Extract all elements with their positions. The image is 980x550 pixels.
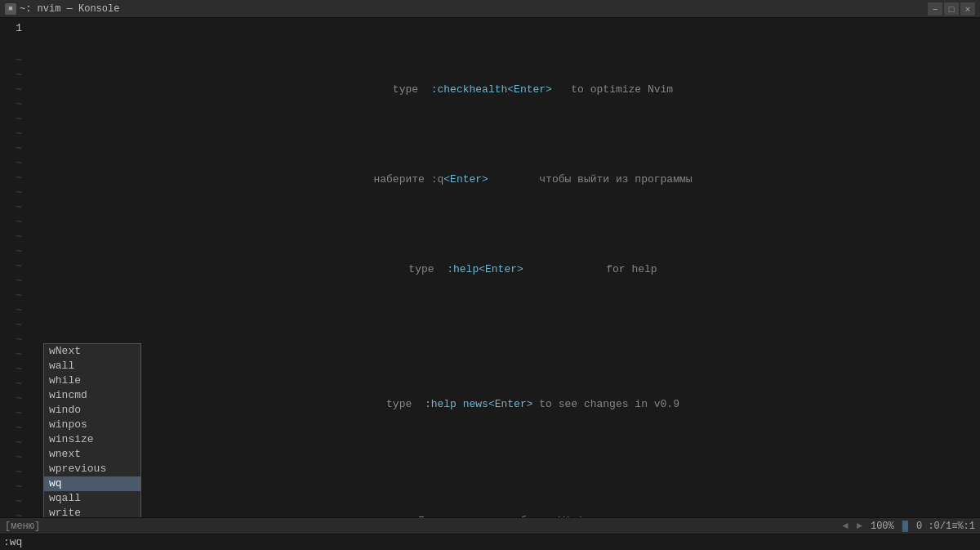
tilde-line: ~ — [0, 98, 29, 113]
autocomplete-popup: wNextwallwhilewincmdwindowinposwinsizewn… — [43, 343, 141, 517]
autocomplete-item[interactable]: wNext — [44, 344, 140, 359]
tilde-line: ~ — [0, 245, 29, 260]
scrollbar[interactable] — [973, 18, 980, 517]
tilde-line: ~ — [0, 230, 29, 245]
autocomplete-item[interactable]: winsize — [44, 432, 140, 447]
tilde-column: ~~~~~~~~~~~~~~~~~~~~~~~~~~~~~~~~~ — [0, 36, 29, 517]
close-button[interactable]: × — [960, 2, 975, 16]
autocomplete-item[interactable]: wprevious — [44, 462, 140, 476]
tilde-line: ~ — [0, 451, 29, 466]
tilde-line: ~ — [0, 392, 29, 407]
tilde-line: ~ — [0, 466, 29, 481]
tilde-line: ~ — [0, 186, 29, 201]
editor-buffer[interactable]: NVIM v0.9.5 Nvim is open source and free… — [29, 18, 973, 517]
command-line[interactable]: :wq — [0, 534, 980, 550]
status-bar-right: ◄ ► 100% ▓ 0 :0/1≡%:1 — [843, 521, 975, 532]
tilde-line: ~ — [0, 407, 29, 422]
command-text: :wq — [3, 536, 22, 548]
tilde-line: ~ — [0, 348, 29, 363]
status-menu: [меню] — [5, 521, 40, 532]
cursor-position: 0 :0/1≡%:1 — [916, 521, 975, 532]
autocomplete-item[interactable]: winpos — [44, 418, 140, 432]
autocomplete-item[interactable]: while — [44, 373, 140, 388]
status-bar-left: [меню] — [5, 521, 40, 532]
autocomplete-item[interactable]: wq — [44, 476, 140, 491]
welcome-line1: type :help nvim<Enter> if you are new! — [287, 18, 715, 27]
tilde-line: ~ — [0, 319, 29, 333]
welcome-line2: type :checkhealth<Enter> to optimize Nvi… — [287, 63, 715, 117]
tilde-line: ~ — [0, 289, 29, 304]
welcome-screen: NVIM v0.9.5 Nvim is open source and free… — [287, 18, 715, 517]
welcome-sponsor1: Помогите в разработке Vim! — [287, 512, 715, 517]
scroll-left-icon: ◄ — [843, 521, 849, 532]
tilde-line: ~ — [0, 378, 29, 392]
app-icon: ■ — [5, 3, 16, 15]
autocomplete-item[interactable]: wnext — [44, 447, 140, 462]
tilde-line: ~ — [0, 260, 29, 275]
maximize-button[interactable]: □ — [944, 2, 959, 16]
tilde-line: ~ — [0, 304, 29, 319]
autocomplete-item[interactable]: wqall — [44, 491, 140, 506]
window-controls: − □ × — [928, 2, 975, 16]
autocomplete-item[interactable]: wall — [44, 359, 140, 373]
tilde-line: ~ — [0, 142, 29, 157]
welcome-line5: type :help news<Enter> to see changes in… — [287, 378, 715, 432]
tilde-line: ~ — [0, 113, 29, 127]
editor-container: 1 ~~~~~~~~~~~~~~~~~~~~~~~~~~~~~~~~~ NVIM… — [0, 18, 980, 550]
tilde-line: ~ — [0, 495, 29, 510]
minimize-button[interactable]: − — [928, 2, 942, 16]
scroll-percent: 100% — [871, 521, 894, 532]
tilde-line: ~ — [0, 510, 29, 517]
line-number-1: 1 — [0, 21, 22, 36]
autocomplete-item[interactable]: windo — [44, 403, 140, 418]
tilde-line: ~ — [0, 481, 29, 495]
tilde-line: ~ — [0, 69, 29, 83]
tilde-line: ~ — [0, 363, 29, 378]
scroll-right-icon: ► — [857, 521, 862, 532]
tilde-line: ~ — [0, 422, 29, 436]
tilde-line: ~ — [0, 201, 29, 216]
title-bar-left: ■ ~: nvim — Konsole — [5, 3, 119, 15]
autocomplete-item[interactable]: write — [44, 506, 140, 517]
title-bar: ■ ~: nvim — Konsole − □ × — [0, 0, 980, 18]
tilde-line: ~ — [0, 54, 29, 69]
tilde-line: ~ — [0, 157, 29, 172]
window-title: ~: nvim — Konsole — [20, 3, 119, 15]
tilde-line: ~ — [0, 216, 29, 230]
tilde-line: ~ — [0, 127, 29, 142]
welcome-line4: type :help<Enter> for help — [287, 243, 715, 297]
autocomplete-item[interactable]: wincmd — [44, 388, 140, 403]
tilde-line — [0, 39, 29, 54]
editor-main: 1 ~~~~~~~~~~~~~~~~~~~~~~~~~~~~~~~~~ NVIM… — [0, 18, 980, 517]
welcome-line3: наберите :q<Enter> чтобы выйти из програ… — [287, 153, 715, 207]
tilde-line: ~ — [0, 436, 29, 451]
tilde-line: ~ — [0, 275, 29, 289]
tilde-line: ~ — [0, 83, 29, 98]
tilde-line: ~ — [0, 333, 29, 348]
scroll-block: ▓ — [902, 521, 908, 532]
status-bar: [меню] ◄ ► 100% ▓ 0 :0/1≡%:1 — [0, 517, 980, 534]
tilde-line: ~ — [0, 172, 29, 186]
